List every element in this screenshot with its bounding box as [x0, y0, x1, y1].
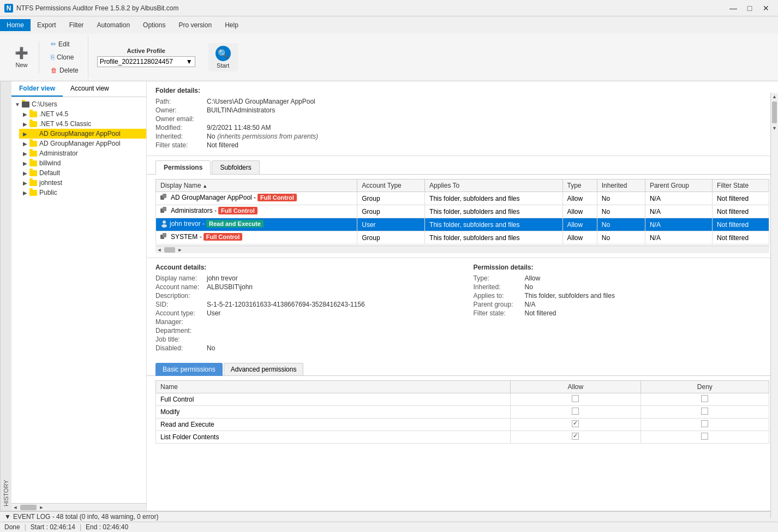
- col-filter-state[interactable]: Filter State: [713, 180, 769, 192]
- arrow-administrator[interactable]: ▶: [21, 151, 29, 157]
- menu-options[interactable]: Options: [136, 19, 172, 31]
- tab-subfolders[interactable]: Subfolders: [212, 160, 259, 174]
- arrow-public[interactable]: ▶: [21, 190, 29, 196]
- tree-item-default[interactable]: ▶ Default: [19, 168, 146, 178]
- tab-permissions[interactable]: Permissions: [155, 160, 211, 175]
- checkbox-unchecked[interactable]: [701, 433, 708, 440]
- checkbox-unchecked[interactable]: [701, 395, 708, 402]
- profile-dropdown[interactable]: Profile_20221128024457 ▼: [97, 56, 195, 67]
- checkbox-unchecked[interactable]: [701, 408, 708, 415]
- perm-table-h-scrollbar[interactable]: ◄ ►: [155, 246, 769, 253]
- tree-item-administrator[interactable]: ▶ Administrator: [19, 148, 146, 158]
- event-log-toggle[interactable]: ▼ EVENT LOG - 48 total (0 info, 48 warni…: [4, 513, 158, 521]
- menu-filter[interactable]: Filter: [63, 19, 91, 31]
- col-type[interactable]: Type: [562, 180, 597, 192]
- minimize-button[interactable]: —: [726, 3, 741, 14]
- clone-button[interactable]: ⎘ Clone: [46, 51, 83, 63]
- perm-h-scroll-left[interactable]: ◄: [155, 247, 163, 253]
- row3-type: Allow: [562, 218, 597, 231]
- tree-arrow-root[interactable]: ▼: [14, 101, 21, 107]
- table-row[interactable]: AD GroupManager AppPool - Full Control G…: [156, 192, 769, 205]
- maximize-button[interactable]: □: [742, 3, 757, 14]
- delete-icon: 🗑: [51, 67, 57, 74]
- table-row[interactable]: SYSTEM - Full Control Group This folder,…: [156, 231, 769, 244]
- arrow-adgroupmanager[interactable]: ▶: [21, 131, 29, 137]
- arrow-billwind[interactable]: ▶: [21, 160, 29, 166]
- checkbox-unchecked[interactable]: [572, 395, 579, 402]
- perm-parent-group-value: N/A: [525, 301, 536, 308]
- tree-item-adgroupmanager[interactable]: ▶ AD GroupManager AppPool: [19, 129, 146, 139]
- h-scroll-thumb[interactable]: [20, 505, 37, 510]
- bp-row3-allow: [511, 419, 641, 431]
- event-log-label: EVENT LOG - 48 total (0 info, 48 warning…: [13, 513, 159, 521]
- delete-button[interactable]: 🗑 Delete: [46, 64, 83, 76]
- group-icon: [160, 233, 169, 241]
- tree-h-scrollbar[interactable]: ◄ ►: [11, 503, 146, 511]
- tree-item-johntest[interactable]: ▶ johntest: [19, 178, 146, 188]
- col-applies-to[interactable]: Applies To: [425, 180, 562, 192]
- row4-type: Allow: [562, 231, 597, 244]
- tree-item-public[interactable]: ▶ Public: [19, 188, 146, 198]
- arrow-default[interactable]: ▶: [21, 170, 29, 176]
- scroll-arrow-down[interactable]: ▼: [771, 124, 778, 132]
- menu-automation[interactable]: Automation: [90, 19, 136, 31]
- close-button[interactable]: ✕: [758, 3, 774, 14]
- detail-owner-email-label: Owner email:: [155, 115, 205, 123]
- folder-icon-adgroupmanager: [29, 130, 38, 138]
- svg-point-5: [161, 224, 167, 228]
- checkbox-checked[interactable]: [572, 433, 579, 440]
- arrow-adgroupmanager2[interactable]: ▶: [21, 141, 29, 147]
- start-button[interactable]: 🔍 Start: [208, 43, 238, 71]
- edit-button[interactable]: ✏ Edit: [46, 38, 83, 50]
- acct-job-title-label: Job title:: [155, 336, 205, 343]
- col-inherited[interactable]: Inherited: [597, 180, 645, 192]
- tree-item-net45[interactable]: ▶ .NET v4.5: [19, 109, 146, 119]
- acct-account-type: Account type: User: [155, 309, 452, 317]
- tree-item-billwind[interactable]: ▶ billwind: [19, 158, 146, 168]
- scroll-arrow-up[interactable]: ▲: [771, 93, 778, 100]
- table-row[interactable]: Administrators - Full Control Group This…: [156, 205, 769, 218]
- label-johntest: johntest: [39, 179, 62, 187]
- start-label: Start: [217, 62, 229, 69]
- col-account-type[interactable]: Account Type: [357, 180, 425, 192]
- tree-item-adgroupmanager2[interactable]: ▶ AD GroupManager AppPool: [19, 139, 146, 148]
- left-panel: Folder view Account view ▼ C:\Users ▶ .N…: [11, 81, 147, 511]
- menu-export[interactable]: Export: [31, 19, 63, 31]
- perm-inherited-value: No: [525, 283, 533, 291]
- perm-h-scroll-thumb[interactable]: [164, 247, 175, 253]
- history-tab[interactable]: HISTORY: [0, 81, 11, 511]
- checkbox-unchecked[interactable]: [701, 420, 708, 427]
- tree-label-root: C:\Users: [32, 100, 57, 108]
- col-display-name[interactable]: Display Name: [156, 180, 357, 192]
- account-details-title: Account details:: [155, 264, 452, 271]
- menu-pro-version[interactable]: Pro version: [172, 19, 218, 31]
- table-row[interactable]: john trevor - Read and Execute User This…: [156, 218, 769, 231]
- svg-rect-7: [163, 233, 166, 237]
- menu-home[interactable]: Home: [0, 19, 31, 31]
- checkbox-unchecked[interactable]: [572, 408, 579, 415]
- delete-label: Delete: [59, 67, 79, 74]
- right-panel-scroll[interactable]: Folder details: Path: C:\Users\AD GroupM…: [147, 81, 778, 511]
- tab-basic-permissions[interactable]: Basic permissions: [155, 363, 223, 376]
- perm-details-title: Permission details:: [474, 264, 770, 271]
- tab-account-view[interactable]: Account view: [63, 81, 117, 97]
- tree-item-root[interactable]: ▼ C:\Users: [11, 99, 146, 109]
- h-scroll-left[interactable]: ◄: [11, 505, 19, 510]
- new-button[interactable]: ➕ New: [9, 44, 34, 71]
- col-parent-group[interactable]: Parent Group: [645, 180, 712, 192]
- checkbox-checked[interactable]: [572, 420, 579, 427]
- basic-permissions-table: Name Allow Deny Full Control Modify: [155, 380, 769, 444]
- arrow-net45classic[interactable]: ▶: [21, 121, 29, 127]
- right-panel-v-scrollbar[interactable]: ▲ ▼: [770, 93, 778, 511]
- scroll-thumb[interactable]: [772, 101, 777, 123]
- acct-manager: Manager:: [155, 318, 452, 326]
- tree-item-net45classic[interactable]: ▶ .NET v4.5 Classic: [19, 119, 146, 129]
- h-scroll-right[interactable]: ►: [38, 505, 45, 510]
- tab-advanced-permissions[interactable]: Advanced permissions: [224, 363, 304, 375]
- arrow-johntest[interactable]: ▶: [21, 180, 29, 186]
- tab-folder-view[interactable]: Folder view: [11, 81, 63, 97]
- arrow-net45[interactable]: ▶: [21, 111, 29, 117]
- menu-help[interactable]: Help: [218, 19, 245, 31]
- perm-h-scroll-right[interactable]: ►: [176, 247, 184, 253]
- perm-parent-group-label: Parent group:: [474, 301, 523, 308]
